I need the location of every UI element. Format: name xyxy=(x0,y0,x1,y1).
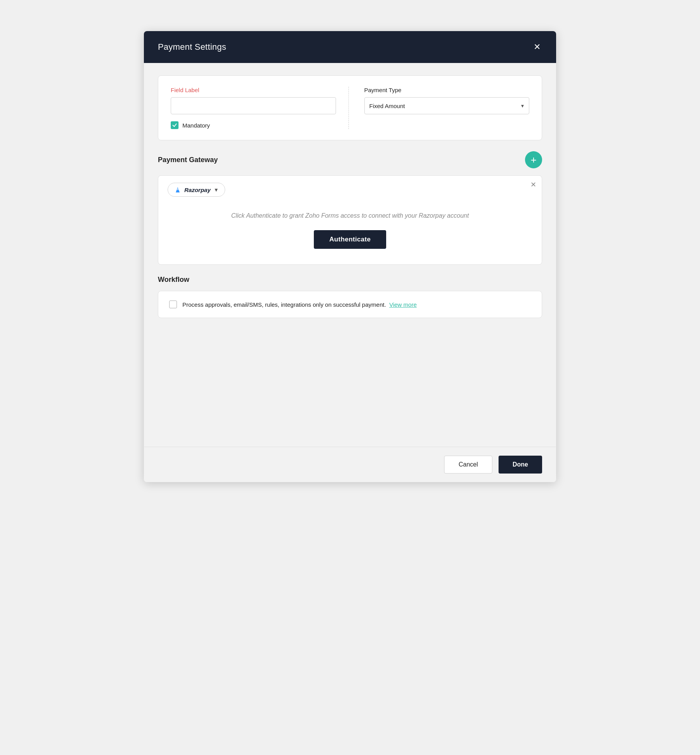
authenticate-button[interactable]: Authenticate xyxy=(314,230,387,249)
modal-body: Field Label Mandatory Payment Type xyxy=(144,63,556,447)
field-label-input[interactable] xyxy=(171,97,336,114)
field-label-section: Field Label Mandatory xyxy=(171,87,349,129)
field-label-text: Field Label xyxy=(171,87,336,93)
payment-settings-modal: Payment Settings ✕ Field Label Ma xyxy=(144,31,556,482)
field-payment-card: Field Label Mandatory Payment Type xyxy=(158,75,542,140)
payment-type-section: Payment Type Fixed Amount Variable Amoun… xyxy=(349,87,530,129)
workflow-section: Workflow Process approvals, email/SMS, r… xyxy=(158,276,542,318)
auth-description: Click Authenticate to grant Zoho Forms a… xyxy=(171,212,529,219)
workflow-text: Process approvals, email/SMS, rules, int… xyxy=(182,301,417,308)
payment-type-select[interactable]: Fixed Amount Variable Amount xyxy=(364,97,530,114)
workflow-row: Process approvals, email/SMS, rules, int… xyxy=(169,301,531,308)
gateway-card: Razorpay ▼ ✕ Click Authenticate to grant… xyxy=(158,175,542,265)
gateway-section-title: Payment Gateway xyxy=(158,156,218,164)
workflow-card: Process approvals, email/SMS, rules, int… xyxy=(158,291,542,318)
done-button[interactable]: Done xyxy=(499,456,542,474)
plus-icon: + xyxy=(530,155,536,165)
payment-type-select-wrapper: Fixed Amount Variable Amount ▾ xyxy=(364,97,530,114)
workflow-checkbox[interactable] xyxy=(169,301,177,308)
razorpay-dropdown-arrow: ▼ xyxy=(214,187,219,193)
gateway-selector-row: Razorpay ▼ xyxy=(158,176,542,197)
gateway-section-header: Payment Gateway + xyxy=(158,151,542,168)
razorpay-logo xyxy=(174,186,181,193)
payment-type-label: Payment Type xyxy=(364,87,530,93)
mandatory-row: Mandatory xyxy=(171,121,336,129)
view-more-link[interactable]: View more xyxy=(389,301,417,308)
cancel-button[interactable]: Cancel xyxy=(444,456,492,474)
modal-header: Payment Settings ✕ xyxy=(144,31,556,63)
razorpay-icon xyxy=(174,186,181,193)
razorpay-selector[interactable]: Razorpay ▼ xyxy=(168,183,225,197)
modal-title: Payment Settings xyxy=(158,42,226,52)
workflow-title: Workflow xyxy=(158,276,542,284)
mandatory-label: Mandatory xyxy=(182,122,210,129)
mandatory-checkbox[interactable] xyxy=(171,121,178,129)
modal-footer: Cancel Done xyxy=(144,447,556,482)
gateway-auth-content: Click Authenticate to grant Zoho Forms a… xyxy=(158,197,542,264)
field-row: Field Label Mandatory Payment Type xyxy=(171,87,529,129)
razorpay-name: Razorpay xyxy=(184,187,211,193)
modal-close-button[interactable]: ✕ xyxy=(532,41,542,53)
gateway-close-button[interactable]: ✕ xyxy=(530,181,536,188)
add-gateway-button[interactable]: + xyxy=(525,151,542,168)
